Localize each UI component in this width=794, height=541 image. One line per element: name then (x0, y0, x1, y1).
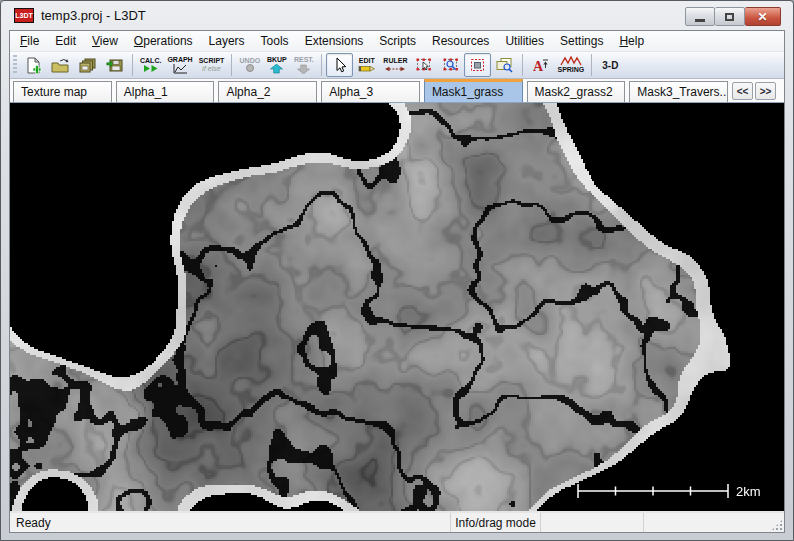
pointer-cursor-icon (332, 57, 348, 74)
tool-bar: CALC. GRAPH SCRIPT if else UNDO (10, 52, 784, 79)
menu-tools[interactable]: Tools (253, 32, 297, 50)
tab-mask1-grass[interactable]: Mask1_grass (424, 79, 523, 102)
tab-mask2-grass2[interactable]: Mask2_grass2 (527, 81, 626, 102)
map-tab-bar: Texture map Alpha_1 Alpha_2 Alpha_3 Mask… (10, 79, 784, 103)
tab-label: Mask2_grass2 (535, 85, 613, 99)
menu-file[interactable]: File (12, 32, 47, 50)
graph-icon (172, 64, 188, 74)
undo-icon (244, 64, 256, 73)
selection-overlay-button[interactable] (464, 53, 491, 77)
restore-button[interactable]: REST. (290, 53, 317, 77)
calc-label: CALC. (140, 57, 161, 65)
copy-map-button[interactable] (74, 53, 101, 77)
graph-label: GRAPH (167, 56, 192, 64)
tab-label: Texture map (21, 85, 87, 99)
save-map-button[interactable] (101, 53, 128, 77)
menu-operations[interactable]: Operations (126, 32, 201, 50)
title-bar[interactable]: L3DT temp3.proj - L3DT ✕ (1, 1, 793, 30)
graph-button[interactable]: GRAPH (164, 53, 195, 77)
menu-edit[interactable]: Edit (47, 32, 84, 50)
script-icon: if else (202, 65, 220, 73)
menu-settings[interactable]: Settings (552, 32, 611, 50)
font-size-button[interactable]: A (527, 53, 554, 77)
menu-help[interactable]: Help (611, 32, 652, 50)
new-file-icon (25, 57, 42, 74)
undo-label: UNDO (240, 57, 261, 65)
tab-label: Alpha_1 (124, 85, 168, 99)
menu-scripts[interactable]: Scripts (371, 32, 424, 50)
minimize-button[interactable] (685, 7, 715, 26)
copy-maps-icon (79, 57, 97, 74)
backup-button[interactable]: BKUP (263, 53, 290, 77)
tab-texture-map[interactable]: Texture map (13, 81, 112, 102)
scale-bar: 2km (576, 477, 776, 501)
menu-resources[interactable]: Resources (424, 32, 497, 50)
view-3d-label: 3-D (599, 60, 621, 71)
maximize-button[interactable] (715, 7, 745, 26)
menu-utilities[interactable]: Utilities (497, 32, 552, 50)
toolbar-separator (522, 54, 523, 76)
script-button[interactable]: SCRIPT if else (196, 53, 228, 77)
selection-overlay-icon (469, 57, 486, 73)
view-3d-button[interactable]: 3-D (596, 53, 624, 77)
tab-label: Alpha_3 (329, 85, 373, 99)
select-marquee-zoom-icon (442, 57, 460, 73)
spring-icon (560, 56, 582, 66)
layer-zoom-button[interactable] (491, 53, 518, 77)
ruler-arrows-icon (385, 65, 405, 73)
menu-bar: File Edit View Operations Layers Tools E… (10, 31, 784, 52)
spring-button[interactable]: SPRING (554, 53, 587, 77)
toolbar-separator (591, 54, 592, 76)
spring-label: SPRING (557, 66, 584, 74)
ruler-label: RULER (383, 57, 407, 65)
close-button[interactable]: ✕ (745, 7, 781, 26)
pointer-tool-button[interactable] (326, 53, 353, 77)
select-marquee-pointer-icon (415, 57, 433, 73)
app-window: L3DT temp3.proj - L3DT ✕ File Edit View … (0, 0, 794, 541)
menu-view[interactable]: View (84, 32, 126, 50)
map-canvas[interactable] (10, 103, 784, 511)
calc-button[interactable]: CALC. (137, 53, 164, 77)
toolbar-separator (321, 54, 322, 76)
tab-scroll-left-button[interactable]: << (732, 82, 753, 100)
status-pane-extra1 (541, 513, 644, 532)
select-zoom-button[interactable] (437, 53, 464, 77)
ruler-tool-button[interactable]: RULER (380, 53, 410, 77)
edit-tool-button[interactable]: EDIT (353, 53, 380, 77)
tab-label: Alpha_2 (226, 85, 270, 99)
calc-icon (143, 64, 159, 73)
edit-pencil-icon (358, 64, 376, 73)
script-label: SCRIPT (199, 57, 225, 65)
app-icon: L3DT (14, 8, 34, 23)
status-pane-extra2 (644, 513, 784, 532)
tab-alpha-2[interactable]: Alpha_2 (218, 81, 317, 102)
open-folder-icon (51, 57, 70, 74)
menu-layers[interactable]: Layers (201, 32, 253, 50)
font-size-icon: A (532, 58, 549, 73)
svg-text:A: A (533, 59, 544, 73)
tab-label: Mask3_Travers... (637, 85, 728, 99)
window-title: temp3.proj - L3DT (41, 8, 146, 23)
tab-alpha-3[interactable]: Alpha_3 (321, 81, 420, 102)
status-mode: Info/drag mode (451, 513, 541, 532)
new-file-button[interactable] (20, 53, 47, 77)
menu-extensions[interactable]: Extensions (297, 32, 372, 50)
select-pointer-button[interactable] (410, 53, 437, 77)
toolbar-separator (132, 54, 133, 76)
save-disk-icon (106, 57, 124, 74)
toolbar-gripper[interactable] (13, 55, 17, 75)
status-bar: Ready Info/drag mode (10, 511, 784, 532)
undo-button[interactable]: UNDO (236, 53, 263, 77)
toolbar-separator (231, 54, 232, 76)
scale-label: 2km (736, 484, 761, 499)
status-message: Ready (10, 513, 451, 532)
client-area: File Edit View Operations Layers Tools E… (9, 30, 785, 533)
maximize-icon (725, 13, 734, 21)
restore-down-arrow-icon (297, 64, 310, 74)
tab-scroll-right-button[interactable]: >> (755, 82, 776, 100)
minimize-icon (695, 19, 705, 22)
resize-grip[interactable] (771, 519, 783, 531)
tab-mask3-traverse[interactable]: Mask3_Travers... (629, 81, 728, 102)
open-file-button[interactable] (47, 53, 74, 77)
tab-alpha-1[interactable]: Alpha_1 (116, 81, 215, 102)
